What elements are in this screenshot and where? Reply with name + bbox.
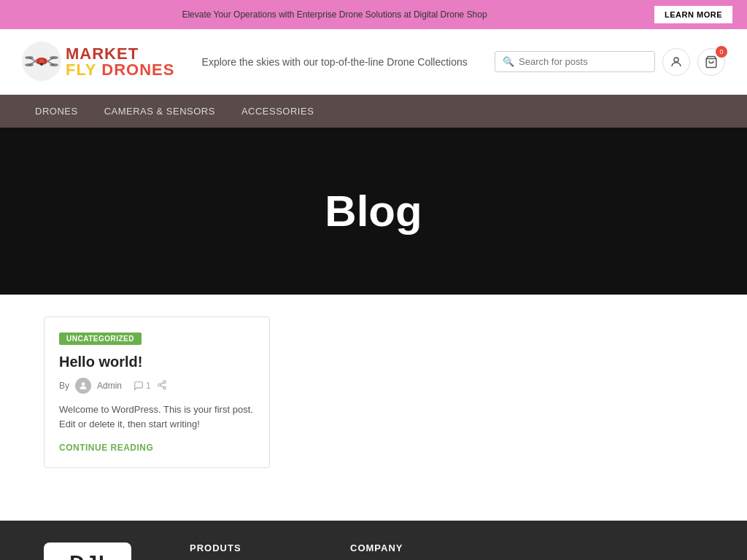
svg-point-15 [163,381,166,384]
svg-point-17 [163,386,166,389]
svg-point-10 [50,63,58,66]
post-excerpt: Welcome to WordPress. This is your first… [59,402,255,431]
dji-logo-text: DJI [53,551,123,560]
share-icon[interactable] [157,380,167,392]
logo-icon [22,42,62,82]
main-nav: DRONES CAMERAS & SENSORS ACCESSORIES [0,95,747,128]
svg-point-7 [25,56,34,59]
svg-point-11 [40,63,43,66]
cart-icon [705,55,718,69]
svg-line-19 [160,382,163,384]
search-icon: 🔍 [503,56,514,67]
blog-hero-title: Blog [325,186,422,236]
author-name: Admin [97,381,122,391]
continue-reading-link[interactable]: CONTINUE READING [59,443,153,453]
post-card: UNCATEGORIZED Hello world! By Admin 1 [44,316,270,468]
cart-button[interactable]: 0 [697,48,725,76]
category-badge: UNCATEGORIZED [59,332,142,345]
logo-text: MARKET FLY DRONES [66,46,174,78]
blog-content: UNCATEGORIZED Hello world! By Admin 1 [0,295,747,521]
post-title: Hello world! [59,354,255,370]
header-actions: 🔍 0 [495,48,725,76]
svg-point-8 [50,56,58,59]
logo-market: MARKET [66,46,174,62]
svg-point-16 [158,384,160,386]
nav-item-drones[interactable]: DRONES [22,97,91,125]
footer-logo: DJI ENTERPRISE PLATINUM PARTNER [44,542,146,560]
svg-point-14 [82,382,85,386]
company-heading: COMPANY [350,542,467,553]
dji-badge: DJI ENTERPRISE PLATINUM PARTNER [44,542,131,560]
post-meta: By Admin 1 [59,378,255,394]
footer-company: COMPANY About Us Contact Us Adventure St… [350,542,467,560]
nav-item-accessories[interactable]: ACCESSORIES [228,97,327,125]
header: MARKET FLY DRONES Explore the skies with… [0,29,747,95]
search-bar[interactable]: 🔍 [495,51,655,72]
author-avatar [75,378,91,394]
banner-text: Elevate Your Operations with Enterprise … [15,9,654,20]
logo-fly-drones: FLY DRONES [66,62,174,78]
logo-area: MARKET FLY DRONES [22,42,174,82]
svg-point-9 [25,63,34,66]
top-banner: Elevate Your Operations with Enterprise … [0,0,747,29]
tagline: Explore the skies with our top-of-the-li… [174,56,495,68]
comment-count: 1 [133,381,151,391]
footer: DJI ENTERPRISE PLATINUM PARTNER PRODUTS … [0,521,747,560]
by-label: By [59,381,69,391]
cart-badge: 0 [716,46,727,58]
blog-hero: Blog [0,128,747,295]
svg-point-12 [674,58,678,62]
footer-products: PRODUTS Consumer Professional Enterprise [190,542,306,560]
user-icon [670,55,683,69]
learn-more-button[interactable]: LEARN MORE [654,6,732,23]
nav-item-cameras[interactable]: CAMERAS & SENSORS [91,97,228,125]
products-heading: PRODUTS [190,542,306,553]
svg-line-18 [160,385,163,386]
search-input[interactable] [519,56,647,67]
account-button[interactable] [662,48,690,76]
